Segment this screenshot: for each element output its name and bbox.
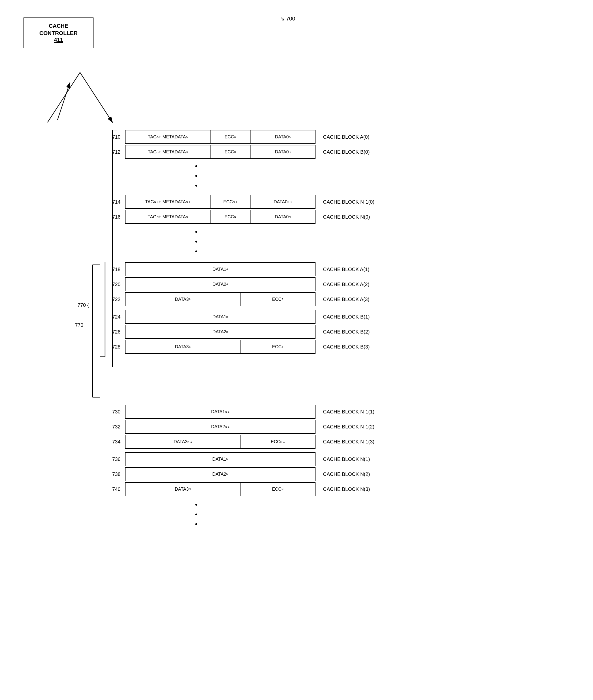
label-716: CACHE BLOCK N(0) — [323, 214, 370, 220]
row-num-736: 736 — [105, 456, 125, 462]
cell-tag-Nm1: TAGN-1 + METADATAN-1 — [125, 195, 210, 208]
cache-controller-number: 411 — [27, 37, 90, 43]
main-brace-svg — [108, 130, 118, 367]
row-table-740: DATA3N ECCN — [125, 482, 316, 496]
row-table-714: TAGN-1 + METADATAN-1 ECCN-1 DATA0N-1 — [125, 195, 316, 209]
dots-2: ••• — [195, 227, 198, 256]
row-table-726: DATA2B — [125, 325, 316, 339]
cell-data0-Nm1: DATA0N-1 — [250, 195, 316, 208]
brace-770-label: 770 { — [78, 302, 89, 308]
cell-tag-B: TAGB + METADATAB — [125, 145, 210, 159]
row-table-716: TAGN + METADATAN ECCN DATA0N — [125, 210, 316, 224]
cache-controller-title: CACHECONTROLLER — [27, 23, 90, 37]
row-table-712: TAGB + METADATAB ECCB DATA0B — [125, 145, 316, 159]
row-num-730: 730 — [105, 409, 125, 415]
row-table-736: DATA1N — [125, 452, 316, 466]
cell-ecc-Nm1: ECCN-1 — [210, 195, 250, 208]
row-726: 726 DATA2B CACHE BLOCK B(2) — [105, 325, 370, 339]
cell-data1-B: DATA1B — [125, 310, 316, 323]
label-734: CACHE BLOCK N-1(3) — [323, 439, 374, 445]
cell-data2-N: DATA2N — [125, 468, 316, 481]
row-table-718: DATA1A — [125, 262, 316, 276]
label-724: CACHE BLOCK B(1) — [323, 314, 370, 320]
row-728: 728 DATA3B ECCB CACHE BLOCK B(3) — [105, 340, 370, 354]
row-num-740: 740 — [105, 486, 125, 492]
label-714: CACHE BLOCK N-1(0) — [323, 199, 374, 205]
cell-data2-A: DATA2A — [125, 278, 316, 291]
fig-number-label: ↘ 700 — [280, 15, 295, 22]
cell-data3-Nm1: DATA3N-1 — [125, 435, 240, 448]
row-num-734: 734 — [105, 439, 125, 445]
label-738: CACHE BLOCK N(2) — [323, 471, 370, 477]
cell-data2-B: DATA2B — [125, 325, 316, 338]
row-736: 736 DATA1N CACHE BLOCK N(1) — [105, 452, 370, 466]
row-730: 730 DATA1N-1 CACHE BLOCK N-1(1) — [105, 405, 374, 419]
cell-data0-B: DATA0B — [250, 145, 316, 159]
cell-data0-A: DATA0A — [250, 130, 316, 143]
row-738: 738 DATA2N CACHE BLOCK N(2) — [105, 467, 370, 481]
row-722: 722 DATA3A ECCA CACHE BLOCK A(3) — [105, 292, 369, 306]
row-720: 720 DATA2A CACHE BLOCK A(2) — [105, 277, 369, 291]
row-718: 718 DATA1A CACHE BLOCK A(1) — [105, 262, 369, 276]
label-726: CACHE BLOCK B(2) — [323, 329, 370, 335]
cell-tag-A: TAGA + METADATAA — [125, 130, 210, 143]
label-722: CACHE BLOCK A(3) — [323, 297, 369, 302]
row-724: 724 DATA1B CACHE BLOCK B(1) — [105, 310, 370, 324]
label-710: CACHE BLOCK A(0) — [323, 134, 369, 140]
row-table-724: DATA1B — [125, 310, 316, 324]
dots-bottom: ••• — [195, 500, 198, 529]
row-num-738: 738 — [105, 471, 125, 477]
cell-ecc3-Nm1: ECCN-1 — [240, 435, 316, 448]
cell-data1-A: DATA1A — [125, 263, 316, 276]
diagram: CACHECONTROLLER 411 ↘ 700 770 710 — [0, 0, 593, 700]
cell-data0-N: DATA0N — [250, 210, 316, 223]
cell-data1-N: DATA1N — [125, 453, 316, 466]
cell-data1-Nm1: DATA1N-1 — [125, 405, 316, 418]
cell-data3-B: DATA3B — [125, 340, 240, 353]
cell-data3-N: DATA3N — [125, 483, 240, 496]
svg-line-3 — [47, 73, 80, 122]
row-table-738: DATA2N — [125, 467, 316, 481]
row-732: 732 DATA2N-1 CACHE BLOCK N-1(2) — [105, 420, 374, 434]
row-710: 710 TAGA + METADATAA ECCA DATA0A CACHE B… — [105, 130, 369, 144]
cell-ecc3-B: ECCB — [240, 340, 316, 353]
label-712: CACHE BLOCK B(0) — [323, 149, 370, 155]
label-720: CACHE BLOCK A(2) — [323, 281, 369, 287]
row-num-732: 732 — [105, 424, 125, 430]
row-734: 734 DATA3N-1 ECCN-1 CACHE BLOCK N-1(3) — [105, 435, 374, 449]
cell-ecc3-N: ECCN — [240, 483, 316, 496]
label-728: CACHE BLOCK B(3) — [323, 344, 370, 350]
row-table-710: TAGA + METADATAA ECCA DATA0A — [125, 130, 316, 144]
svg-line-4 — [57, 82, 70, 120]
label-718: CACHE BLOCK A(1) — [323, 267, 369, 272]
cell-ecc3-A: ECCA — [240, 293, 316, 306]
svg-line-2 — [80, 73, 113, 122]
label-730: CACHE BLOCK N-1(1) — [323, 409, 374, 415]
dots-1: ••• — [195, 161, 198, 190]
cell-data2-Nm1: DATA2N-1 — [125, 420, 316, 433]
brace-770-svg — [97, 262, 108, 357]
row-740: 740 DATA3N ECCN CACHE BLOCK N(3) — [105, 482, 370, 496]
row-table-722: DATA3A ECCA — [125, 292, 316, 306]
fig-number: 700 — [286, 15, 295, 22]
cell-data3-A: DATA3A — [125, 293, 240, 306]
cell-ecc-A: ECCA — [210, 130, 250, 143]
brace-label: 770 — [75, 322, 83, 328]
label-740: CACHE BLOCK N(3) — [323, 486, 370, 492]
cell-tag-N: TAGN + METADATAN — [125, 210, 210, 223]
row-716: 716 TAGN + METADATAN ECCN DATA0N CACHE B… — [105, 210, 370, 224]
row-table-732: DATA2N-1 — [125, 420, 316, 434]
row-table-734: DATA3N-1 ECCN-1 — [125, 435, 316, 449]
row-table-730: DATA1N-1 — [125, 405, 316, 419]
cell-ecc-B: ECCB — [210, 145, 250, 159]
row-table-728: DATA3B ECCB — [125, 340, 316, 354]
cell-ecc-N: ECCN — [210, 210, 250, 223]
row-714: 714 TAGN-1 + METADATAN-1 ECCN-1 DATA0N-1… — [105, 195, 374, 209]
row-712: 712 TAGB + METADATAB ECCB DATA0B CACHE B… — [105, 145, 370, 159]
label-732: CACHE BLOCK N-1(2) — [323, 424, 374, 430]
cache-controller-box: CACHECONTROLLER 411 — [24, 17, 93, 48]
label-736: CACHE BLOCK N(1) — [323, 456, 370, 462]
row-table-720: DATA2A — [125, 277, 316, 291]
